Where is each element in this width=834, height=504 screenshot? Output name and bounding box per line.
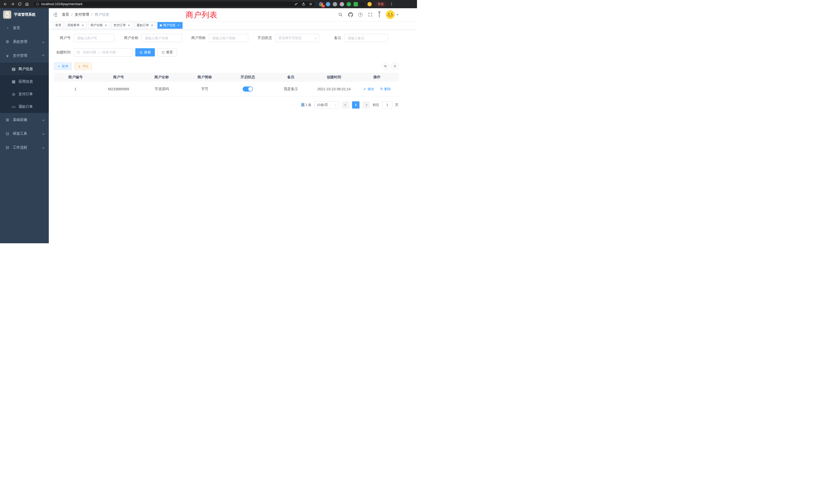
sidebar-item-pay-order[interactable]: ◎ 支付订单 [0,88,49,100]
tab-pay-order[interactable]: 支付订单 × [111,22,133,29]
table-header-row: 商户编号 商户号 商户全称 商户简称 开启状态 备注 创建时间 操作 [54,73,398,82]
sidebar-item-app-info[interactable]: ▦ 应用信息 [0,75,49,88]
share-icon[interactable] [302,2,305,6]
chevron-left-icon [344,104,346,106]
close-icon[interactable]: × [150,24,154,27]
avatar-caret-icon [396,14,398,16]
collapse-sidebar-icon[interactable] [49,8,62,21]
cell-remark: 我是备注 [269,82,312,96]
url-text: localhost:1024/pay/merchant [41,2,83,6]
merchant-no-input[interactable] [74,34,115,42]
short-name-label: 商户简称 [188,36,206,40]
header-search-icon[interactable] [338,12,343,17]
sidebar-item-merchant-info[interactable]: ▤ 商户信息 [0,63,49,75]
col-merchant-id: 商户编号 [54,73,97,82]
browser-menu-icon[interactable] [389,1,394,7]
extension-badge: 10 [322,5,325,7]
plus-icon [57,65,61,68]
tab-user-group[interactable]: 用户分组 × [88,22,110,29]
site-info-icon[interactable] [36,2,39,6]
cell-short-name: 芋艿 [183,82,226,96]
reset-button[interactable]: 重置 [157,48,177,56]
status-toggle[interactable] [243,87,253,92]
total-count-text: 共 1 条 [301,102,311,107]
col-remark: 备注 [269,73,312,82]
grid-icon: ▦ [11,79,16,84]
url-bar[interactable]: localhost:1024/pay/merchant [33,1,315,7]
export-button[interactable]: 导出 [74,63,92,70]
extension-dark-icon[interactable] [360,2,365,6]
search-button[interactable]: 搜索 [135,48,155,56]
cell-actions: 修改 删除 [355,82,398,96]
remark-input[interactable] [344,34,388,42]
close-icon[interactable]: × [127,24,131,27]
close-icon[interactable]: × [177,24,180,27]
sidebar-item-refund-order[interactable]: ▭ 退款订单 [0,100,49,113]
tab-home[interactable]: 首页 [53,22,64,29]
sidebar-item-infrastructure[interactable]: ⊞ 基础设施 [0,113,49,127]
refresh-table-button[interactable] [391,63,398,70]
sidebar-item-system[interactable]: ⚙ 系统管理 [0,35,49,49]
sidebar-item-devtools[interactable]: ⊡ 研发工具 [0,127,49,141]
add-button[interactable]: 新增 [54,63,71,70]
extension-green-icon[interactable] [347,2,351,6]
app-logo[interactable]: 芋道管理系统 [0,8,49,21]
delete-link[interactable]: 删除 [380,87,391,91]
create-time-range-picker[interactable]: 开始日期 - 结束日期 [74,48,133,56]
extension-note-icon[interactable] [354,2,358,6]
toggle-search-button[interactable] [382,63,389,70]
current-page-button[interactable]: 1 [352,101,359,109]
extension-gray-icon[interactable] [333,2,337,6]
breadcrumb-payment[interactable]: 支付管理 [75,12,89,17]
page-annotation: 商户列表 [185,10,218,20]
font-size-icon[interactable]: TT [378,11,380,18]
close-icon[interactable]: × [81,24,85,27]
prev-page-button[interactable] [342,101,349,109]
extension-pink-icon[interactable] [340,2,344,6]
sidebar-item-payment[interactable]: ¥ 支付管理 [0,49,49,63]
tab-process-form[interactable]: 流程表单 × [65,22,87,29]
status-select[interactable]: 请选择开启状态 [275,34,319,42]
merchant-card-icon: ▤ [11,67,16,71]
sidebar-item-home[interactable]: ◔ 首页 [0,21,49,35]
breadcrumb-home[interactable]: 首页 [62,12,69,17]
breadcrumb-merchant-info: 商户信息 [95,12,109,17]
extension-amber-icon[interactable] [368,2,372,6]
home-icon[interactable] [24,1,30,7]
fullscreen-icon[interactable] [368,12,373,17]
gear-icon: ⚙ [5,40,10,44]
extension-colorful-icon[interactable]: 10 [319,2,323,6]
active-tab-dot [160,24,162,26]
pagination: 共 1 条 10条/页 1 前往 页 [54,101,398,109]
table-row: 1 M233666999 芋道源码 芋艿 我是备注 2021-10-23 08:… [54,82,398,96]
cell-merchant-no: M233666999 [97,82,140,96]
full-name-input[interactable] [141,34,182,42]
password-key-icon[interactable] [294,2,298,6]
tab-refund-order[interactable]: 退款订单 × [134,22,156,29]
page-size-select[interactable]: 10条/页 [314,101,339,109]
goto-page-input[interactable] [382,101,392,109]
refund-doc-icon: ▭ [11,105,16,109]
browser-update-button[interactable]: 更新 [375,1,387,7]
yen-icon: ¥ [5,54,10,58]
close-icon[interactable]: × [104,24,108,27]
cell-full-name: 芋道源码 [140,82,183,96]
user-menu[interactable] [386,10,398,19]
dashboard-icon: ◔ [5,26,10,30]
page-unit-label: 页 [395,102,398,107]
help-icon[interactable]: ? [358,13,363,17]
cell-status [226,82,269,96]
extension-blue-icon[interactable] [326,2,330,6]
reload-icon[interactable] [17,1,23,7]
tab-merchant-info[interactable]: 商户信息 × [157,22,182,29]
back-icon[interactable] [3,1,8,7]
bookmark-star-icon[interactable] [309,2,312,6]
next-page-button[interactable] [362,101,370,109]
forward-icon[interactable] [10,1,16,7]
chevron-right-icon [365,104,367,106]
remark-label: 备注 [325,36,341,40]
github-icon[interactable] [348,12,353,17]
edit-link[interactable]: 修改 [363,87,374,91]
sidebar-item-workflow[interactable]: ⊟ 工作流程 [0,141,49,155]
short-name-input[interactable] [209,34,248,42]
